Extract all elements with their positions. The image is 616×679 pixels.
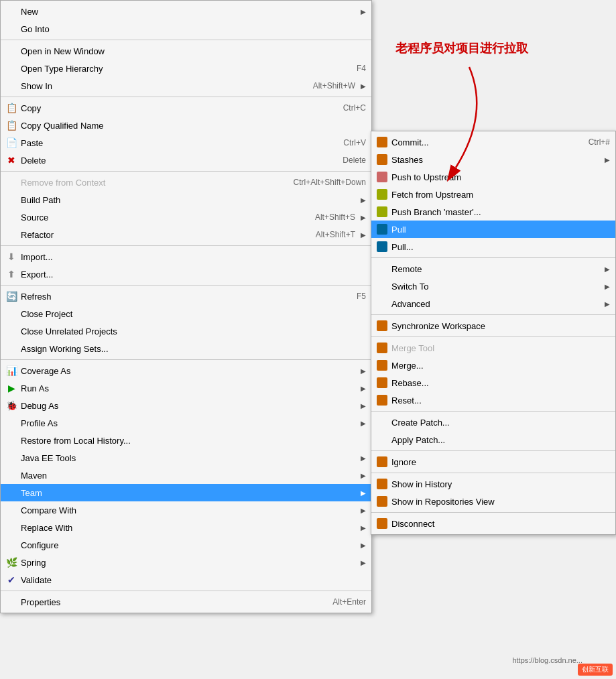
- menu-item-merge[interactable]: Merge...: [371, 357, 615, 374]
- menu-item-reset[interactable]: Reset...: [371, 391, 615, 409]
- menu-item-push-upstream[interactable]: Push to Upstream: [371, 168, 615, 186]
- annotation-text: 老程序员对项目进行拉取: [395, 40, 528, 56]
- empty-icon: [5, 22, 18, 36]
- menu-item-copy-qualified[interactable]: 📋Copy Qualified Name: [1, 117, 371, 134]
- menu-label-export: Export...: [21, 269, 366, 280]
- menu-item-commit[interactable]: Commit...Ctrl+#: [371, 133, 615, 151]
- menu-separator: [371, 473, 615, 473]
- empty-icon: [5, 307, 18, 320]
- menu-separator: [371, 450, 615, 451]
- menu-item-restore-history[interactable]: Restore from Local History...: [1, 432, 371, 449]
- menu-item-sync-workspace[interactable]: Synchronize Workspace: [371, 317, 615, 334]
- empty-icon: [5, 176, 18, 189]
- menu-item-paste[interactable]: 📄PasteCtrl+V: [1, 134, 371, 151]
- submenu-arrow-java-ee-tools: ▶: [361, 454, 366, 462]
- menu-item-stashes[interactable]: Stashes▶: [371, 151, 615, 168]
- menu-label-compare-with: Compare With: [21, 505, 355, 515]
- menu-item-run-as[interactable]: ▶Run As▶: [1, 379, 371, 397]
- menu-item-pull[interactable]: Pull: [371, 221, 615, 238]
- menu-item-switch-to[interactable]: Switch To▶: [371, 277, 615, 295]
- menu-label-apply-patch: Apply Patch...: [391, 435, 610, 445]
- menu-label-pull: Pull: [391, 225, 610, 235]
- menu-item-spring[interactable]: 🌿Spring▶: [1, 554, 371, 571]
- url-watermark: https://blog.csdn.ne...: [512, 656, 582, 664]
- menu-item-source[interactable]: SourceAlt+Shift+S▶: [1, 208, 371, 226]
- menu-item-show-in[interactable]: Show InAlt+Shift+W▶: [1, 77, 371, 95]
- menu-label-open-type-hierarchy: Open Type Hierarchy: [21, 64, 343, 74]
- menu-separator: [371, 257, 615, 258]
- history-icon: [375, 477, 389, 491]
- menu-item-disconnect[interactable]: Disconnect: [371, 515, 615, 532]
- submenu-arrow-debug-as: ▶: [361, 402, 366, 410]
- empty-icon: [5, 44, 18, 58]
- submenu-arrow-compare-with: ▶: [361, 507, 366, 514]
- empty-icon: [5, 79, 18, 92]
- menu-separator: [371, 314, 615, 315]
- menu-item-coverage-as[interactable]: 📊Coverage As▶: [1, 362, 371, 379]
- menu-item-assign-working[interactable]: Assign Working Sets...: [1, 340, 371, 357]
- menu-label-pull-dialog: Pull...: [391, 242, 610, 252]
- menu-item-debug-as[interactable]: 🐞Debug As▶: [1, 397, 371, 414]
- right-submenu: Commit...Ctrl+#Stashes▶Push to UpstreamF…: [371, 131, 616, 535]
- menu-item-open-type-hierarchy[interactable]: Open Type HierarchyF4: [1, 60, 371, 77]
- menu-label-advanced: Advanced: [391, 299, 599, 309]
- menu-item-rebase[interactable]: Rebase...: [371, 374, 615, 391]
- run-icon: ▶: [5, 381, 18, 395]
- menu-label-build-path: Build Path: [21, 195, 355, 205]
- empty-icon: [5, 469, 18, 482]
- menu-label-close-unrelated: Close Unrelated Projects: [21, 326, 366, 336]
- menu-item-show-history[interactable]: Show in History: [371, 475, 615, 493]
- menu-item-fetch-upstream[interactable]: Fetch from Upstream: [371, 186, 615, 203]
- spring-icon: 🌿: [5, 556, 18, 569]
- menu-item-delete[interactable]: ✖DeleteDelete: [1, 151, 371, 169]
- menu-label-paste: Paste: [21, 138, 330, 148]
- menu-item-apply-patch[interactable]: Apply Patch...: [371, 431, 615, 448]
- menu-label-team: Team: [21, 488, 355, 498]
- menu-item-push-branch[interactable]: Push Branch 'master'...: [371, 203, 615, 221]
- menu-item-create-patch[interactable]: Create Patch...: [371, 414, 615, 431]
- menu-item-java-ee-tools[interactable]: Java EE Tools▶: [1, 449, 371, 467]
- menu-item-open-new-window[interactable]: Open in New Window: [1, 42, 371, 60]
- menu-item-compare-with[interactable]: Compare With▶: [1, 501, 371, 519]
- menu-item-refresh[interactable]: 🔄RefreshF5: [1, 288, 371, 305]
- menu-item-replace-with[interactable]: Replace With▶: [1, 519, 371, 536]
- menu-label-show-history: Show in History: [391, 479, 610, 489]
- menu-item-close-unrelated[interactable]: Close Unrelated Projects: [1, 322, 371, 340]
- paste-icon: 📄: [5, 136, 18, 149]
- fetch-icon: [375, 188, 389, 201]
- menu-item-copy[interactable]: 📋CopyCtrl+C: [1, 99, 371, 117]
- submenu-arrow-show-in: ▶: [361, 82, 366, 90]
- menu-separator: [1, 245, 371, 246]
- push-icon: [375, 170, 389, 184]
- menu-item-configure[interactable]: Configure▶: [1, 536, 371, 554]
- menu-item-validate[interactable]: ✔Validate: [1, 571, 371, 589]
- menu-item-export[interactable]: ⬆Export...: [1, 265, 371, 283]
- pull-icon: [375, 223, 389, 236]
- menu-item-close-project[interactable]: Close Project: [1, 305, 371, 322]
- menu-item-maven[interactable]: Maven▶: [1, 467, 371, 484]
- menu-label-sync-workspace: Synchronize Workspace: [391, 321, 610, 331]
- menu-item-remove-context: Remove from ContextCtrl+Alt+Shift+Down: [1, 174, 371, 191]
- submenu-arrow-spring: ▶: [361, 559, 366, 566]
- menu-item-properties[interactable]: PropertiesAlt+Enter: [1, 593, 371, 611]
- menu-item-show-repos[interactable]: Show in Repositories View: [371, 493, 615, 510]
- menu-item-advanced[interactable]: Advanced▶: [371, 295, 615, 312]
- menu-label-ignore: Ignore: [391, 457, 610, 467]
- menu-item-go-into[interactable]: Go Into: [1, 20, 371, 38]
- menu-item-remote[interactable]: Remote▶: [371, 260, 615, 277]
- menu-label-remote: Remote: [391, 264, 599, 274]
- menu-shortcut-refactor: Alt+Shift+T: [316, 230, 355, 239]
- menu-item-new[interactable]: New▶: [1, 3, 371, 20]
- menu-item-pull-dialog[interactable]: Pull...: [371, 238, 615, 255]
- menu-item-profile-as[interactable]: Profile As▶: [1, 414, 371, 432]
- menu-item-ignore[interactable]: Ignore: [371, 453, 615, 471]
- menu-label-commit: Commit...: [391, 137, 575, 147]
- menu-item-import[interactable]: ⬇Import...: [1, 248, 371, 265]
- menu-item-team[interactable]: Team▶: [1, 484, 371, 501]
- menu-item-merge-tool: Merge Tool: [371, 339, 615, 357]
- menu-separator: [1, 171, 371, 172]
- menu-item-build-path[interactable]: Build Path▶: [1, 191, 371, 208]
- menu-item-refactor[interactable]: RefactorAlt+Shift+T▶: [1, 226, 371, 243]
- repo-icon: [375, 495, 389, 508]
- menu-label-run-as: Run As: [21, 383, 355, 393]
